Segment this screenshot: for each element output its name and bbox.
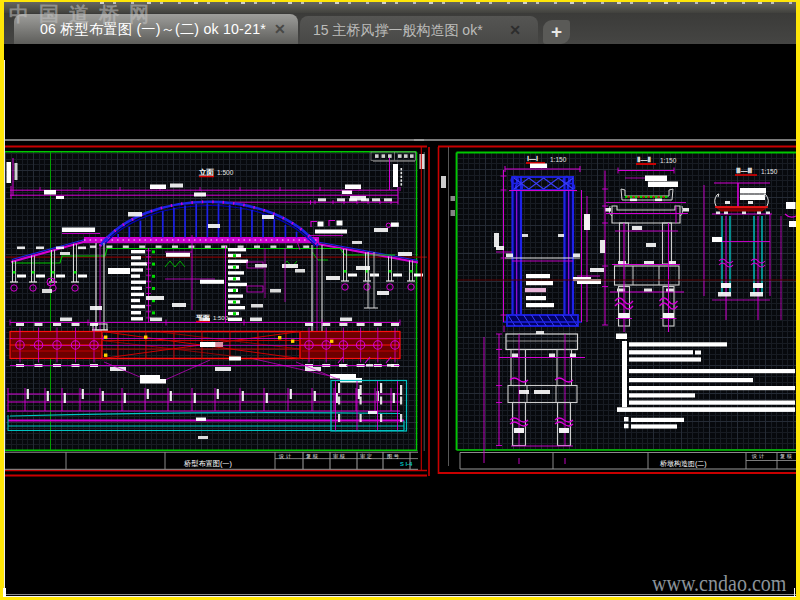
svg-text:Ⅱ—Ⅱ: Ⅱ—Ⅱ: [637, 156, 651, 163]
svg-text:复 核: 复 核: [780, 453, 793, 460]
svg-text:Ⅲ—Ⅲ: Ⅲ—Ⅲ: [736, 167, 752, 174]
svg-text:设 计: 设 计: [278, 453, 292, 459]
svg-text:Ⅰ—Ⅰ: Ⅰ—Ⅰ: [527, 155, 538, 162]
svg-text:桥墩构造图(二): 桥墩构造图(二): [659, 460, 707, 468]
svg-text:S I-4: S I-4: [400, 461, 413, 467]
svg-text:立面: 立面: [198, 168, 215, 177]
svg-text:复 核: 复 核: [306, 453, 319, 460]
svg-text:1:150: 1:150: [660, 157, 677, 164]
svg-text:1:150: 1:150: [761, 168, 778, 175]
svg-text:1:500: 1:500: [217, 169, 234, 176]
svg-text:1:500: 1:500: [213, 315, 229, 321]
svg-text:审 定: 审 定: [360, 453, 372, 460]
svg-text:审 核: 审 核: [333, 453, 346, 459]
svg-text:1:150: 1:150: [550, 156, 567, 163]
svg-text:桥型布置图(一): 桥型布置图(一): [183, 459, 232, 468]
svg-text:设 计: 设 计: [751, 453, 765, 459]
svg-text:图 号: 图 号: [387, 453, 399, 459]
